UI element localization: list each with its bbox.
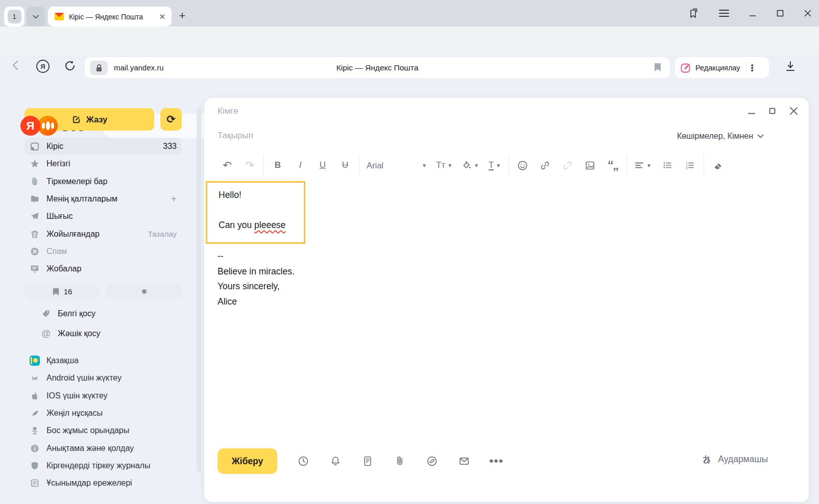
signature-line: Alice: [218, 294, 295, 310]
more-options-button[interactable]: •••: [490, 455, 502, 467]
paperclip-icon: [30, 177, 40, 187]
compose-minimize-icon[interactable]: [748, 107, 756, 115]
close-window-icon[interactable]: [804, 9, 812, 17]
inbox-count: 333: [163, 142, 177, 151]
sidebar-item-inbox[interactable]: Кіріс 333: [25, 138, 182, 155]
minimize-window-icon[interactable]: [749, 9, 757, 17]
spam-icon: [30, 246, 40, 257]
attach-from-mail-button[interactable]: [458, 455, 470, 467]
align-icon: [634, 160, 644, 170]
add-folder-icon[interactable]: +: [171, 193, 177, 205]
text-color-button[interactable]: T▼: [488, 157, 501, 173]
emoji-button[interactable]: [516, 157, 529, 173]
bold-button[interactable]: B: [271, 157, 284, 173]
to-field[interactable]: Кімге: [218, 106, 238, 116]
signature-separator: --: [218, 249, 295, 264]
bell-icon: [329, 455, 342, 467]
vacancies-item[interactable]: Бос жұмыс орындары: [25, 422, 182, 439]
mail-header: Я 360 Іздестіру Пошта Диск Құжаттар: [0, 54, 819, 97]
sidebar-item-sent[interactable]: Шығыс: [25, 208, 182, 225]
quote-button[interactable]: “„: [606, 157, 619, 173]
strikethrough-button[interactable]: U: [339, 157, 352, 173]
sidebar-item-primary[interactable]: Негізгі: [25, 155, 182, 172]
ios-download-item[interactable]: IOS үшін жүктеу: [25, 387, 182, 405]
signature-block: -- Believe in miracles. Yours sincerely,…: [218, 249, 295, 309]
chevron-down-icon: [757, 134, 764, 139]
tab-list-chevron-button[interactable]: [27, 7, 45, 27]
sidebar-item-projects[interactable]: Жобалар: [25, 260, 182, 278]
cc-from-toggle[interactable]: Көшірмелер, Кімнен: [677, 132, 764, 141]
sidebar-actions: Белгі қосу @ Жәшік қосу: [41, 305, 182, 345]
unlink-icon: [562, 160, 573, 171]
italic-button[interactable]: I: [294, 157, 307, 173]
clear-formatting-button[interactable]: [711, 157, 725, 173]
body-sentence: Can you pleeese: [219, 220, 285, 231]
numbered-list-icon: 123: [685, 160, 695, 170]
envelope-icon: [458, 455, 470, 467]
sidebar-footer-links: Қазақша Android үшін жүктеу IOS үшін жүк…: [25, 352, 182, 492]
sidebar-item-trash[interactable]: Жойылғандар Тазалау: [25, 225, 182, 242]
refresh-button[interactable]: ⟳: [160, 108, 182, 131]
redo-button[interactable]: ↷: [243, 157, 256, 173]
fill-color-button[interactable]: ▼: [462, 157, 479, 173]
sidebar-item-with-attachments[interactable]: Тіркемелері бар: [25, 173, 182, 190]
undo-button[interactable]: ↶: [221, 157, 234, 173]
compose-close-icon[interactable]: [789, 106, 799, 116]
new-tab-button[interactable]: +: [176, 9, 189, 22]
translator-button[interactable]: Аудармашы: [701, 453, 768, 465]
folder-icon: [30, 194, 40, 204]
office-chair-icon: [30, 425, 40, 436]
bookmarks-panel-icon[interactable]: [688, 8, 700, 19]
light-version-item[interactable]: Жеңіл нұсқасы: [25, 405, 182, 422]
browser-tab[interactable]: Кіріс — Яндекс Пошта ✕: [48, 7, 172, 27]
insert-image-button[interactable]: [584, 157, 597, 173]
insert-link-button[interactable]: [539, 157, 552, 173]
login-journal-item[interactable]: Кіргендерді тіркеу журналы: [25, 457, 182, 474]
signature-line: Believe in miracles.: [218, 264, 295, 280]
notify-button[interactable]: [329, 455, 342, 467]
sidebar-scrollbar[interactable]: [197, 108, 201, 472]
svg-text:3: 3: [686, 167, 688, 170]
font-family-select[interactable]: Arial ▼: [367, 161, 427, 170]
menu-icon[interactable]: [719, 9, 729, 17]
folder-list: Кіріс 333 Негізгі Тіркемелері бар Менің …: [25, 138, 182, 278]
chevron-down-icon: [33, 15, 39, 19]
compose-button-label: Жазу: [86, 115, 107, 124]
recommendation-rules-item[interactable]: Ұсынымдар ережелері: [25, 474, 182, 492]
sidebar-item-spam[interactable]: Спам: [25, 243, 182, 260]
subject-field[interactable]: Тақырып: [218, 131, 253, 141]
bookmark-icon: [52, 287, 60, 296]
at-icon: @: [41, 329, 51, 339]
tab-group-button[interactable]: 1: [4, 7, 25, 27]
compose-bottom-bar: Жіберу •••: [218, 448, 502, 474]
attach-from-disk-button[interactable]: [426, 455, 438, 467]
bookmarks-pill[interactable]: 16: [23, 284, 101, 299]
tab-close-icon[interactable]: ✕: [159, 12, 165, 21]
android-icon: [30, 373, 40, 383]
send-button[interactable]: Жіберу: [218, 448, 277, 474]
remove-link-button[interactable]: [561, 157, 574, 173]
help-support-item[interactable]: Анықтама және қолдау: [25, 439, 182, 457]
bullet-list-button[interactable]: [661, 157, 674, 173]
android-download-item[interactable]: Android үшін жүктеу: [25, 369, 182, 387]
image-icon: [585, 160, 595, 171]
attach-file-button[interactable]: [394, 455, 406, 467]
add-tag-item[interactable]: Белгі қосу: [41, 305, 182, 322]
add-mailbox-item[interactable]: @ Жәшік қосу: [41, 325, 182, 342]
underline-button[interactable]: U: [316, 157, 329, 173]
maximize-window-icon[interactable]: [776, 9, 784, 17]
sidebar-item-my-folders[interactable]: Менің қалталарым +: [25, 190, 182, 208]
template-button[interactable]: [362, 455, 374, 467]
document-icon: [30, 478, 40, 488]
language-item[interactable]: Қазақша: [25, 352, 182, 369]
refresh-icon: ⟳: [166, 113, 176, 125]
paint-bucket-icon: [462, 160, 472, 170]
numbered-list-button[interactable]: 123: [683, 157, 696, 173]
clear-trash-link[interactable]: Тазалау: [148, 230, 177, 238]
schedule-send-button[interactable]: [297, 455, 309, 467]
dot-pill[interactable]: [106, 284, 183, 299]
compose-restore-icon[interactable]: [769, 108, 776, 114]
align-button[interactable]: ▼: [634, 157, 652, 173]
template-icon: [362, 455, 374, 467]
font-size-select[interactable]: Tт▼: [436, 157, 452, 173]
